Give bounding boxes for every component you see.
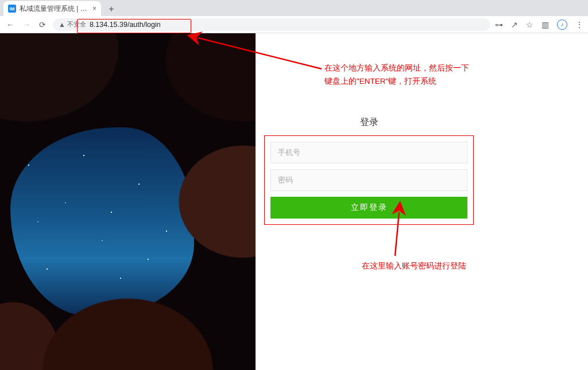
new-tab-button[interactable]: +: [105, 2, 118, 16]
warning-icon: ▲: [59, 21, 65, 29]
annotation-text-1: 在这个地方输入系统的网址，然后按一下 键盘上的"ENTER"键，打开系统: [324, 62, 469, 88]
share-icon[interactable]: ↗: [511, 20, 518, 29]
login-box-highlight: 手机号 密码 立即登录: [264, 135, 474, 225]
extension-music-icon[interactable]: ♪: [557, 20, 567, 30]
login-form: 登录 手机号 密码 立即登录: [264, 116, 474, 225]
bookmark-star-icon[interactable]: ☆: [526, 20, 533, 29]
tab-title: 私域流量管理系统 | 账号登录?: [20, 4, 90, 14]
url-text: 8.134.15.39/auth/login: [90, 21, 161, 29]
hero-image: [0, 33, 256, 370]
insecure-indicator[interactable]: ▲ 不安全: [59, 20, 86, 29]
browser-toolbar: ← → ⟳ ▲ 不安全 8.134.15.39/auth/login ⊶ ↗ ☆…: [0, 16, 588, 33]
reload-button[interactable]: ⟳: [37, 19, 48, 30]
back-button[interactable]: ←: [5, 19, 16, 30]
address-bar[interactable]: ▲ 不安全 8.134.15.39/auth/login: [53, 18, 490, 31]
tab-strip: IM 私域流量管理系统 | 账号登录? × +: [0, 0, 588, 16]
login-submit-button[interactable]: 立即登录: [270, 197, 467, 219]
annotation-text-2: 在这里输入账号密码进行登陆: [362, 260, 466, 273]
browser-menu-icon[interactable]: ⋮: [575, 20, 583, 29]
extensions-puzzle-icon[interactable]: ▥: [541, 20, 549, 29]
page-content: 登录 手机号 密码 立即登录 在这个地方输入系统的网址，然后按一下 键盘上的"E…: [0, 33, 588, 370]
insecure-label: 不安全: [67, 20, 86, 29]
tab-close-icon[interactable]: ×: [92, 5, 96, 13]
password-key-icon[interactable]: ⊶: [495, 20, 503, 29]
tab-favicon-icon: IM: [8, 5, 16, 13]
forward-button[interactable]: →: [21, 19, 32, 30]
password-field[interactable]: 密码: [270, 169, 467, 191]
phone-field[interactable]: 手机号: [270, 142, 467, 163]
browser-tab[interactable]: IM 私域流量管理系统 | 账号登录? ×: [3, 1, 101, 16]
login-title: 登录: [264, 116, 474, 128]
right-pane: 登录 手机号 密码 立即登录 在这个地方输入系统的网址，然后按一下 键盘上的"E…: [256, 33, 588, 370]
